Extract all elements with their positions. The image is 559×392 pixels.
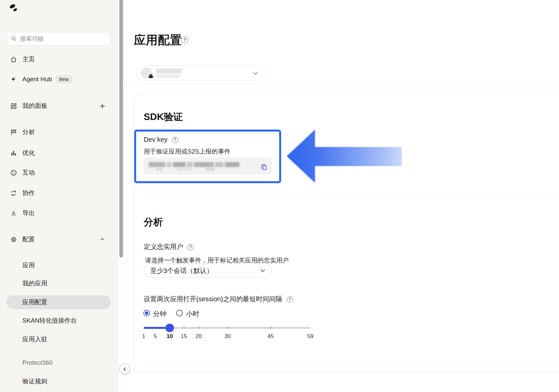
radio-minutes-label[interactable]: 分钟 <box>153 309 166 318</box>
sidebar-item-label: 主页 <box>22 55 35 63</box>
slider-tick-label: 20 <box>191 333 206 340</box>
loyal-users-label: 定义忠实用户 <box>144 243 183 250</box>
annotation-arrow-left <box>285 129 403 184</box>
slider-tick-label: 15 <box>177 333 191 340</box>
dev-key-label: Dev key <box>144 136 167 143</box>
loyal-users-dropdown[interactable]: 至少3个会话（默认） <box>144 264 272 278</box>
section-divider <box>144 366 559 366</box>
sidebar-section-validation-rules[interactable]: 验证规则 <box>0 377 118 386</box>
bar-chart-icon <box>10 149 17 157</box>
sidebar-item-label: Agent Hub <box>22 76 52 83</box>
redacted-app-name <box>156 68 182 73</box>
beta-badge: Beta <box>56 76 72 83</box>
slider-tick-dot <box>198 327 200 329</box>
home-icon <box>10 56 17 63</box>
sidebar-item-label: 我的面板 <box>22 102 47 110</box>
feature-search[interactable] <box>7 32 110 46</box>
collapse-config-button[interactable] <box>99 236 106 243</box>
chevron-left-icon <box>123 367 127 371</box>
sidebar-item-home[interactable]: 主页 <box>0 54 118 64</box>
dev-key-field[interactable] <box>144 158 272 174</box>
header-divider <box>124 83 559 84</box>
appsflyer-logo-icon <box>9 4 18 13</box>
slider-tick-label: 5 <box>148 333 162 340</box>
chevron-down-icon <box>260 268 266 273</box>
session-gap-help-icon[interactable]: ? <box>287 296 293 303</box>
slider-tick-label: 45 <box>263 333 278 340</box>
page-title: 应用配置 <box>134 32 182 48</box>
export-icon <box>10 209 17 217</box>
sidebar-item-configuration[interactable]: 配置 <box>0 234 118 244</box>
sidebar-item-export[interactable]: 导出 <box>0 208 118 218</box>
dev-key-help-icon[interactable]: ? <box>172 137 178 143</box>
content-bottom-divider <box>124 372 559 372</box>
slider-tick-dot <box>270 327 272 329</box>
slider-tick-label-current: 10 <box>162 333 177 340</box>
panel-divider <box>124 0 124 392</box>
sidebar-divider <box>6 92 112 92</box>
sidebar-item-label: 配置 <box>22 235 35 244</box>
chevron-up-icon <box>100 237 105 242</box>
dashboard-icon <box>10 102 17 110</box>
dev-key-label-row: Dev key ? <box>144 136 178 143</box>
plus-icon <box>100 103 105 109</box>
sidebar-item-analyze[interactable]: 分析 <box>0 127 118 137</box>
slider-tick-label: 30 <box>220 333 235 340</box>
sidebar-divider <box>6 226 112 226</box>
sidebar-subitem-apps[interactable]: 应用 <box>0 260 118 270</box>
sidebar-item-label: 协作 <box>22 189 35 197</box>
subitem-label: 应用配置 <box>22 298 47 306</box>
copy-icon[interactable] <box>260 163 268 171</box>
redacted-dev-key <box>149 162 239 167</box>
sidebar: 主页 Agent Hub Beta 我的面板 <box>0 0 118 392</box>
radio-minutes[interactable] <box>143 310 150 316</box>
chevron-down-icon <box>253 71 258 76</box>
subitem-label: 应用入驻 <box>22 335 47 344</box>
loyal-users-help-icon[interactable]: ? <box>187 244 194 250</box>
sdk-section-title: SDK验证 <box>144 110 183 124</box>
radio-hours-label[interactable]: 小时 <box>186 309 199 318</box>
search-icon <box>11 36 17 42</box>
section-divider <box>144 198 559 198</box>
sync-icon <box>10 189 17 197</box>
subitem-label: 我的应用 <box>22 279 47 288</box>
add-dashboard-button[interactable] <box>99 102 106 110</box>
sidebar-item-collaborate[interactable]: 协作 <box>0 188 118 198</box>
sidebar-item-engage[interactable]: 互动 <box>0 168 118 178</box>
radio-hours[interactable] <box>176 310 183 316</box>
session-gap-slider-handle[interactable] <box>165 324 174 332</box>
section-label: 验证规则 <box>22 377 47 386</box>
sidebar-subitem-skan-studio[interactable]: SKAN转化值操作台 <box>0 316 118 326</box>
session-gap-label: 设置两次应用打开(session)之间的最短时间间隔 <box>144 295 282 303</box>
dropdown-value: 至少3个会话（默认） <box>150 266 213 275</box>
face-icon <box>10 169 17 176</box>
sidebar-item-label: 分析 <box>22 128 35 136</box>
sidebar-item-optimize[interactable]: 优化 <box>0 148 118 158</box>
sidebar-item-my-dashboards[interactable]: 我的面板 <box>0 101 118 111</box>
sidebar-item-label: 导出 <box>22 209 35 217</box>
search-input[interactable] <box>20 36 99 42</box>
analytics-section-title: 分析 <box>144 216 163 229</box>
sidebar-section-protect360[interactable]: Protect360 <box>0 358 118 368</box>
sidebar-item-label: 优化 <box>22 149 35 157</box>
slider-tick-label: 59 <box>303 333 318 340</box>
sidebar-divider <box>6 118 112 118</box>
sidebar-subitem-app-settings[interactable]: 应用配置 <box>0 297 118 307</box>
help-icon[interactable]: ? <box>181 36 188 43</box>
sparkle-icon <box>10 76 17 83</box>
sidebar-subitem-app-onboarding[interactable]: 应用入驻 <box>0 334 118 344</box>
app-selector-dropdown[interactable] <box>136 65 265 81</box>
dev-key-description: 用于验证应用或S2S上报的事件 <box>144 147 231 156</box>
sidebar-subitem-my-apps[interactable]: 我的应用 <box>0 279 118 288</box>
sidebar-collapse-button[interactable] <box>119 364 130 374</box>
app-window: 主页 Agent Hub Beta 我的面板 <box>0 0 559 392</box>
session-gap-label-row: 设置两次应用打开(session)之间的最短时间间隔 ? <box>144 295 293 304</box>
redacted-dev-key-2 <box>156 168 215 171</box>
section-label: Protect360 <box>22 359 53 366</box>
gear-icon <box>10 236 17 243</box>
sidebar-scrollbar[interactable] <box>119 0 123 257</box>
subitem-label: 应用 <box>22 261 35 270</box>
slider-tick-dot <box>183 327 185 329</box>
android-icon <box>148 74 154 79</box>
sidebar-item-agent-hub[interactable]: Agent Hub Beta <box>0 74 118 84</box>
